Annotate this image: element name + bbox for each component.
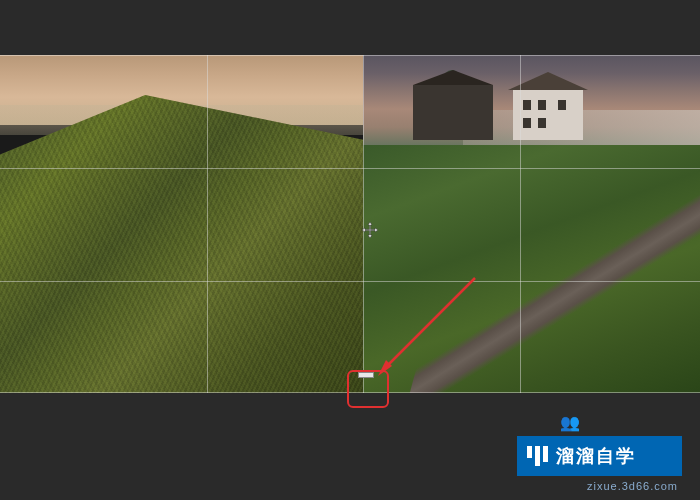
watermark-url-text: zixue.3d66.com: [587, 480, 678, 492]
farmhouse: [513, 90, 583, 140]
logo-bar: [527, 446, 532, 458]
canvas-area[interactable]: [0, 55, 700, 393]
logo-bar: [543, 446, 548, 462]
barn-building: [413, 85, 493, 140]
watermark-brand-text: 溜溜自学: [556, 444, 636, 468]
image-layer-right: [363, 55, 700, 393]
image-layer-left: [0, 55, 363, 393]
crop-handle-bottom[interactable]: [358, 372, 374, 378]
window: [538, 118, 546, 128]
watermark-badge: 溜溜自学: [517, 436, 682, 476]
logo-bar: [535, 446, 540, 466]
watermark-logo-bars: [527, 446, 548, 466]
grass-hill: [0, 95, 363, 393]
people-icon: 👥: [560, 413, 580, 432]
window: [523, 100, 531, 110]
window: [558, 100, 566, 110]
buildings-group: [383, 65, 663, 155]
window: [538, 100, 546, 110]
window: [523, 118, 531, 128]
